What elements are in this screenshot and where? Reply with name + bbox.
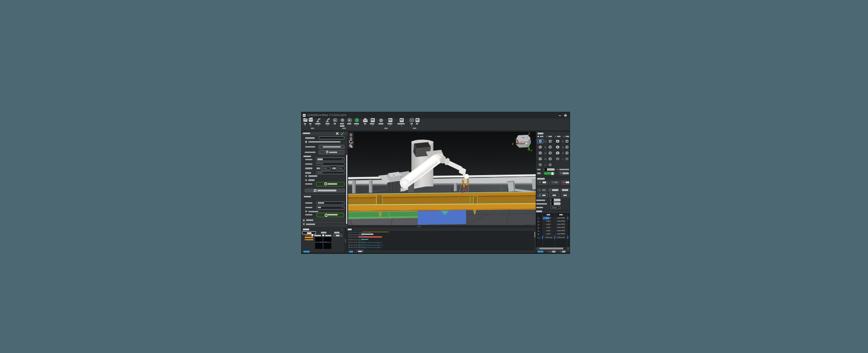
svg-text:X: X: [512, 143, 514, 145]
svg-text:Z: Z: [528, 132, 530, 135]
svg-text:Y: Y: [531, 149, 533, 152]
